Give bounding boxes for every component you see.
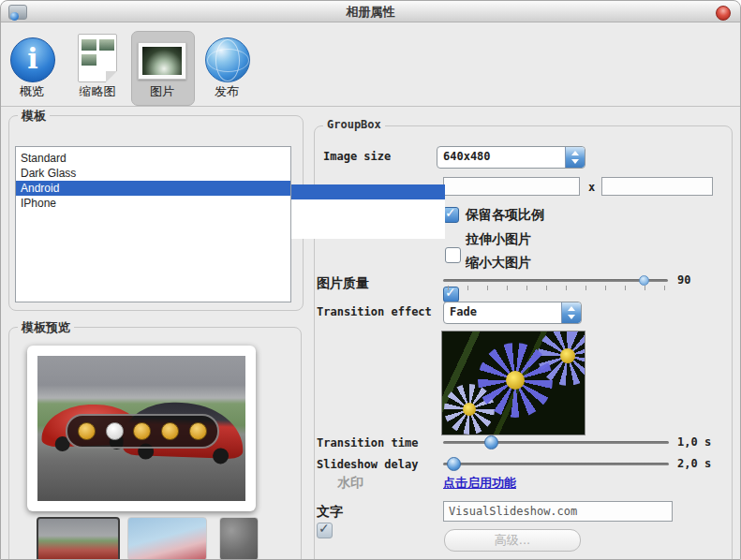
image-size-label: Image size — [323, 150, 391, 163]
custom-width-field[interactable] — [443, 177, 580, 196]
stretch-small-label[interactable]: 拉伸小图片 — [466, 231, 531, 248]
template-list-item-android[interactable]: Android — [16, 181, 290, 196]
template-preview-image — [37, 356, 245, 501]
transition-time-slider[interactable] — [443, 441, 669, 444]
preview-nav-dot-active — [106, 422, 124, 440]
watermark-text-label: 文字 — [317, 504, 343, 521]
quality-slider-ticks — [448, 286, 666, 290]
preview-thumbnail-2[interactable] — [127, 517, 207, 560]
template-list[interactable]: Standard Dark Glass Android IPhone — [15, 146, 291, 302]
template-preview-frame — [27, 346, 256, 511]
toolbar-label-thumbnails[interactable]: 缩略图 — [72, 83, 123, 100]
quality-value: 90 — [677, 273, 690, 287]
custom-height-field[interactable] — [601, 177, 713, 196]
flower-center — [478, 343, 553, 418]
selection-popup-panel — [291, 199, 445, 239]
image-icon-landscape — [142, 47, 182, 75]
info-icon[interactable] — [10, 37, 55, 82]
transition-time-value: 1,0 s — [677, 435, 711, 449]
keep-ratio-label[interactable]: 保留各项比例 — [466, 207, 544, 224]
selection-highlight-extension — [291, 184, 445, 199]
preview-nav-dot — [78, 422, 96, 440]
transition-preview-image — [441, 331, 585, 435]
size-separator: x — [588, 181, 595, 194]
template-list-item-darkglass[interactable]: Dark Glass — [16, 166, 290, 181]
stretch-small-checkbox[interactable] — [445, 247, 461, 263]
image-size-value: 640x480 — [437, 147, 565, 168]
toolbar: 概览 缩略图 图片 发布 — [1, 22, 740, 107]
keep-ratio-checkbox[interactable] — [443, 207, 459, 223]
watermark-checkbox — [317, 523, 333, 538]
settings-group-title: GroupBox — [323, 118, 385, 131]
thumbnails-icon[interactable] — [78, 34, 117, 82]
slideshow-delay-label: Slideshow delay — [317, 458, 418, 471]
quality-slider[interactable] — [443, 279, 668, 282]
slideshow-delay-slider[interactable] — [443, 463, 669, 465]
transition-effect-label: Transition effect — [317, 305, 432, 318]
stepper-arrows-icon[interactable] — [561, 302, 581, 323]
image-icon[interactable] — [138, 42, 186, 80]
globe-icon[interactable] — [205, 37, 250, 82]
preview-thumbnail-1[interactable] — [37, 517, 120, 560]
transition-effect-value: Fade — [444, 302, 561, 323]
toolbar-label-images[interactable]: 图片 — [141, 83, 183, 100]
image-size-select[interactable]: 640x480 — [437, 146, 585, 169]
enable-feature-link[interactable]: 点击启用功能 — [443, 475, 516, 492]
preview-group-title: 模板预览 — [18, 319, 74, 336]
title-bar[interactable]: 相册属性 — [1, 1, 740, 22]
preview-nav-dot — [161, 422, 179, 440]
quality-label: 图片质量 — [317, 275, 369, 292]
album-properties-dialog: 相册属性 概览 缩略图 图片 发布 模板 Standard Dark Glas — [0, 0, 741, 560]
quality-slider-thumb[interactable] — [639, 275, 649, 286]
toolbar-label-publish[interactable]: 发布 — [206, 83, 247, 100]
toolbar-label-overview[interactable]: 概览 — [11, 83, 52, 100]
watermark-label: 水印 — [337, 475, 363, 492]
preview-nav-dot — [133, 422, 151, 440]
stepper-arrows-icon[interactable] — [565, 147, 585, 168]
transition-time-thumb[interactable] — [484, 435, 498, 449]
preview-nav-dot — [189, 422, 207, 440]
template-list-item-standard[interactable]: Standard — [16, 151, 290, 166]
preview-thumbnail-3[interactable] — [219, 517, 259, 560]
slideshow-delay-value: 2,0 s — [677, 457, 711, 470]
transition-effect-select[interactable]: Fade — [443, 302, 582, 324]
window-title: 相册属性 — [1, 4, 740, 21]
watermark-text-field[interactable] — [443, 501, 673, 522]
preview-control-bar — [66, 414, 219, 449]
advanced-button[interactable]: 高级... — [444, 529, 581, 552]
slideshow-delay-thumb[interactable] — [447, 457, 461, 471]
close-button[interactable] — [716, 6, 731, 21]
transition-time-label: Transition time — [317, 436, 418, 449]
shrink-large-label[interactable]: 缩小大图片 — [466, 255, 531, 272]
template-list-item-iphone[interactable]: IPhone — [16, 196, 290, 211]
template-group-title: 模板 — [18, 108, 50, 125]
